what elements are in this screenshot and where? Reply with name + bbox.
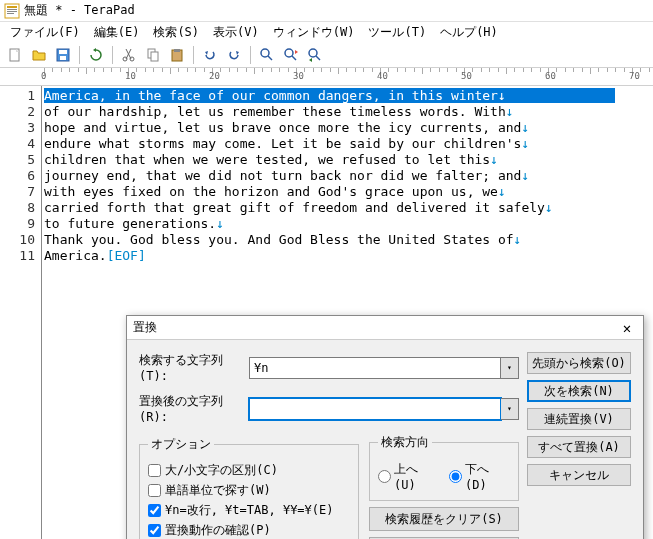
new-file-icon[interactable] [4,44,26,66]
continuous-replace-button[interactable]: 連続置換(V) [527,408,631,430]
options-fieldset: オプション 大/小文字の区別(C) 単語単位で探す(W) ¥n=改行, ¥t=T… [139,436,359,539]
newline-marker: ↓ [506,104,514,119]
find-next-icon[interactable] [280,44,302,66]
dir-up-radio-row[interactable]: 上へ(U) [378,461,439,492]
svg-rect-4 [7,13,14,14]
line-number: 2 [0,104,35,120]
replace-icon[interactable] [304,44,326,66]
copy-icon[interactable] [142,44,164,66]
svg-line-18 [292,56,296,60]
menu-help[interactable]: ヘルプ(H) [434,22,504,43]
line-number-gutter: 1234567891011 [0,86,42,539]
text-line[interactable]: children that when we were tested, we re… [44,152,651,168]
cancel-button[interactable]: キャンセル [527,464,631,486]
titlebar: 無題 * - TeraPad [0,0,653,22]
confirm-checkbox-row[interactable]: 置換動作の確認(P) [148,522,350,539]
line-number: 6 [0,168,35,184]
escape-checkbox[interactable] [148,504,161,517]
text-line[interactable]: America, in the face of our common dange… [44,88,651,104]
newline-marker: ↓ [490,152,498,167]
redo-icon[interactable] [223,44,245,66]
svg-rect-8 [60,56,66,60]
toolbar [0,42,653,68]
newline-marker: ↓ [545,200,553,215]
word-checkbox[interactable] [148,484,161,497]
svg-rect-2 [7,9,17,10]
dir-down-radio[interactable] [449,470,462,483]
app-icon [4,3,20,19]
replace-dialog: 置換 ✕ 検索する文字列(T): ▾ 置換後の文字列(R): ▾ [126,315,644,539]
close-icon[interactable]: ✕ [617,318,637,338]
line-number: 7 [0,184,35,200]
replace-input[interactable] [249,398,501,420]
newline-marker: ↓ [498,184,506,199]
dialog-title: 置換 [133,319,157,336]
newline-marker: ↓ [514,232,522,247]
dir-up-radio[interactable] [378,470,391,483]
replace-all-button[interactable]: すべて置換(A) [527,436,631,458]
text-line[interactable]: carried forth that great gift of freedom… [44,200,651,216]
word-checkbox-row[interactable]: 単語単位で探す(W) [148,482,350,499]
dialog-titlebar[interactable]: 置換 ✕ [127,316,643,340]
replace-dropdown-icon[interactable]: ▾ [501,398,519,420]
line-number: 3 [0,120,35,136]
svg-rect-1 [7,6,17,8]
undo-icon[interactable] [199,44,221,66]
direction-fieldset: 検索方向 上へ(U) 下へ(D) [369,434,519,501]
search-label: 検索する文字列(T): [139,352,243,383]
menu-view[interactable]: 表示(V) [207,22,265,43]
case-checkbox[interactable] [148,464,161,477]
options-legend: オプション [148,436,214,453]
menu-tool[interactable]: ツール(T) [362,22,432,43]
save-icon[interactable] [52,44,74,66]
svg-point-17 [285,49,293,57]
text-line[interactable]: endure what storms may come. Let it be s… [44,136,651,152]
menu-search[interactable]: 検索(S) [147,22,205,43]
svg-point-15 [261,49,269,57]
window-title: 無題 * - TeraPad [24,2,135,19]
text-line[interactable]: Thank you. God bless you. And God Bless … [44,232,651,248]
newline-marker: ↓ [521,168,529,183]
line-number: 5 [0,152,35,168]
search-dropdown-icon[interactable]: ▾ [501,357,519,379]
line-number: 11 [0,248,35,264]
case-checkbox-row[interactable]: 大/小文字の区別(C) [148,462,350,479]
text-line[interactable]: to future generations.↓ [44,216,651,232]
text-line[interactable]: hope and virtue, let us brave once more … [44,120,651,136]
cut-icon[interactable] [118,44,140,66]
newline-marker: ↓ [521,136,529,151]
confirm-checkbox[interactable] [148,524,161,537]
text-line[interactable]: with eyes fixed on the horizon and God's… [44,184,651,200]
eof-marker: [EOF] [107,248,146,263]
search-input[interactable] [249,357,501,379]
line-number: 1 [0,88,35,104]
ruler: 010203040506070 [0,68,653,86]
paste-icon[interactable] [166,44,188,66]
reload-icon[interactable] [85,44,107,66]
line-number: 4 [0,136,35,152]
newline-marker: ↓ [521,120,529,135]
svg-rect-12 [151,52,158,61]
menu-window[interactable]: ウィンドウ(W) [267,22,361,43]
find-next-button[interactable]: 次を検索(N) [527,380,631,402]
svg-line-20 [316,56,320,60]
replace-label: 置換後の文字列(R): [139,393,243,424]
open-file-icon[interactable] [28,44,50,66]
find-icon[interactable] [256,44,278,66]
svg-line-16 [268,56,272,60]
menu-file[interactable]: ファイル(F) [4,22,86,43]
menubar: ファイル(F) 編集(E) 検索(S) 表示(V) ウィンドウ(W) ツール(T… [0,22,653,42]
line-number: 10 [0,232,35,248]
text-line[interactable]: journey end, that we did not turn back n… [44,168,651,184]
dir-down-radio-row[interactable]: 下へ(D) [449,461,510,492]
escape-checkbox-row[interactable]: ¥n=改行, ¥t=TAB, ¥¥=¥(E) [148,502,350,519]
svg-point-19 [309,49,317,57]
line-number: 9 [0,216,35,232]
text-line[interactable]: America.[EOF] [44,248,651,264]
newline-marker: ↓ [216,216,224,231]
clear-search-history-button[interactable]: 検索履歴をクリア(S) [369,507,519,531]
menu-edit[interactable]: 編集(E) [88,22,146,43]
search-from-top-button[interactable]: 先頭から検索(O) [527,352,631,374]
text-line[interactable]: of our hardship, let us remember these t… [44,104,651,120]
svg-rect-14 [174,49,180,52]
